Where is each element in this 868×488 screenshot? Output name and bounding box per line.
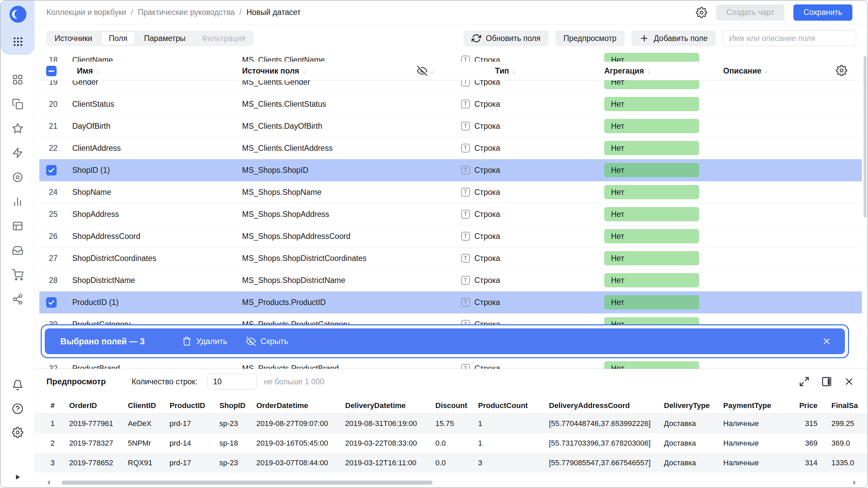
fields-vertical-scrollbar[interactable] <box>864 52 867 369</box>
hide-selected-button[interactable]: Скрыть <box>246 337 288 346</box>
field-type-select[interactable]: TСтрока <box>461 291 500 313</box>
dataset-settings-gear-icon[interactable] <box>696 7 707 18</box>
settings-gear-icon[interactable] <box>1 421 35 444</box>
field-row[interactable]: 26ShopAddressCoordMS_Shops.ShopAddressCo… <box>39 225 862 247</box>
scroll-left-icon[interactable] <box>47 480 50 485</box>
collections-icon[interactable] <box>1 92 35 116</box>
field-row[interactable]: 24ShopNameMS_Shops.ShopNameTСтрокаНет <box>39 181 862 203</box>
aggregation-select[interactable]: Нет <box>604 251 699 265</box>
field-source[interactable]: MS_Clients.DayOfBirth <box>242 115 322 137</box>
delete-selected-button[interactable]: Удалить <box>182 337 228 346</box>
field-row[interactable]: 22ClientAddressMS_Clients.ClientAddressT… <box>39 137 862 159</box>
field-source[interactable]: MS_Shops.ShopDistrictName <box>242 269 345 291</box>
field-row[interactable]: 25ShopAddressMS_Shops.ShopAddressTСтрока… <box>39 203 862 225</box>
datalens-logo[interactable] <box>9 6 26 23</box>
column-header-source[interactable]: Источник поля <box>242 62 306 80</box>
field-source[interactable]: MS_Clients.ClientAddress <box>242 137 333 159</box>
column-header-type[interactable]: Тип <box>495 62 516 80</box>
field-name[interactable]: ShopDistrictCoordinates <box>72 247 156 269</box>
field-name[interactable]: ShopName <box>72 181 111 203</box>
table-settings-gear-icon[interactable] <box>836 65 847 77</box>
tab-sources[interactable]: Источники <box>46 30 100 46</box>
close-selection-toolbar-button[interactable] <box>822 337 831 346</box>
field-name[interactable]: ClientStatus <box>72 93 114 115</box>
field-source[interactable]: MS_Shops.ShopAddressCoord <box>242 225 351 247</box>
preview-panel-position-button[interactable] <box>821 376 832 387</box>
aggregation-select[interactable]: Нет <box>604 119 699 133</box>
field-type-select[interactable]: TСтрока <box>461 247 500 269</box>
aggregation-select[interactable]: Нет <box>604 229 699 243</box>
marketplace-cart-icon[interactable] <box>1 263 35 287</box>
field-name[interactable]: ProductID (1) <box>72 291 119 313</box>
refresh-fields-button[interactable]: Обновить поля <box>463 30 549 46</box>
storage-icon[interactable] <box>1 238 35 263</box>
notifications-bell-icon[interactable] <box>1 373 35 397</box>
scrollbar-thumb[interactable] <box>62 481 433 485</box>
row-count-input[interactable] <box>207 374 257 389</box>
row-checkbox[interactable] <box>46 297 57 308</box>
aggregation-select[interactable]: Нет <box>604 295 699 309</box>
field-type-select[interactable]: TСтрока <box>461 358 500 369</box>
tab-fields[interactable]: Поля <box>101 31 135 45</box>
scroll-right-icon[interactable] <box>853 480 856 485</box>
save-button[interactable]: Сохранить <box>793 4 852 21</box>
field-row[interactable]: 32ProductBrandMS_Products.ProductBrandTС… <box>39 358 862 369</box>
field-search-input[interactable] <box>723 30 856 46</box>
field-row[interactable]: ShopID (1)MS_Shops.ShopIDTСтрокаНет <box>39 159 862 181</box>
field-name[interactable]: ShopDistrictName <box>72 269 135 291</box>
breadcrumb-collections[interactable]: Коллекции и воркбуки <box>46 8 126 17</box>
row-checkbox[interactable] <box>46 165 57 176</box>
aggregation-select[interactable]: Нет <box>604 163 699 177</box>
field-type-select[interactable]: TСтрока <box>461 93 500 115</box>
select-all-checkbox[interactable] <box>46 66 57 76</box>
field-type-select[interactable]: TСтрока <box>461 225 500 247</box>
field-row[interactable]: ProductID (1)MS_Products.ProductIDTСтрок… <box>39 291 862 313</box>
add-field-button[interactable]: Добавить поле <box>631 30 716 46</box>
aggregation-select[interactable]: Нет <box>604 97 699 111</box>
field-source[interactable]: MS_Products.ProductID <box>242 291 326 313</box>
preview-maximize-button[interactable] <box>799 376 810 387</box>
field-row[interactable]: 21DayOfBirthMS_Clients.DayOfBirthTСтрока… <box>39 115 862 137</box>
aggregation-select[interactable]: Нет <box>604 141 699 155</box>
field-type-select[interactable]: TСтрока <box>461 159 500 181</box>
charts-icon[interactable] <box>1 189 35 214</box>
field-row[interactable]: 20ClientStatusMS_Clients.ClientStatusTСт… <box>39 93 862 115</box>
create-chart-button[interactable]: Создать чарт <box>716 4 784 21</box>
column-header-hidden[interactable] <box>417 62 434 80</box>
field-row[interactable]: 27ShopDistrictCoordinatesMS_Shops.ShopDi… <box>39 247 862 269</box>
preview-close-button[interactable] <box>844 376 854 387</box>
field-name[interactable]: ProductBrand <box>72 358 120 369</box>
breadcrumb-workbook[interactable]: Практические руководства <box>138 8 235 17</box>
aggregation-select[interactable]: Нет <box>604 185 699 199</box>
favorites-star-icon[interactable] <box>1 116 35 141</box>
aggregation-select[interactable]: Нет <box>604 361 699 369</box>
field-row[interactable]: 28ShopDistrictNameMS_Shops.ShopDistrictN… <box>39 269 862 291</box>
field-name[interactable]: ShopID (1) <box>72 159 110 181</box>
field-type-select[interactable]: TСтрока <box>461 181 500 203</box>
column-header-aggregation[interactable]: Агрегация <box>604 62 651 80</box>
grid-icon[interactable] <box>1 67 35 92</box>
aggregation-select[interactable]: Нет <box>604 207 699 221</box>
field-name[interactable]: DayOfBirth <box>72 115 110 137</box>
preview-horizontal-scrollbar[interactable] <box>35 479 868 486</box>
field-source[interactable]: MS_Shops.ShopName <box>242 181 321 203</box>
field-source[interactable]: MS_Shops.ShopAddress <box>242 203 329 225</box>
column-header-description[interactable]: Описание <box>723 62 768 80</box>
field-type-select[interactable]: TСтрока <box>461 269 500 291</box>
tab-parameters[interactable]: Параметры <box>136 30 194 46</box>
scrollbar-thumb[interactable] <box>864 56 867 218</box>
column-header-name[interactable]: Имя <box>77 62 99 80</box>
field-type-select[interactable]: TСтрока <box>461 203 500 225</box>
connections-zap-icon[interactable] <box>1 141 35 165</box>
preview-toggle-button[interactable]: Предпросмотр <box>555 30 625 46</box>
field-source[interactable]: MS_Shops.ShopID <box>242 159 309 181</box>
all-services-grid-icon[interactable] <box>13 37 23 47</box>
field-source[interactable]: MS_Shops.ShopDistrictCoordinates <box>242 247 367 269</box>
flows-icon[interactable] <box>1 287 35 311</box>
sidebar-expand-button[interactable] <box>11 470 24 484</box>
field-name[interactable]: ShopAddress <box>72 203 119 225</box>
datasets-table-icon[interactable] <box>1 214 35 238</box>
field-source[interactable]: MS_Products.ProductBrand <box>242 358 339 369</box>
field-name[interactable]: ClientAddress <box>72 137 121 159</box>
help-icon[interactable] <box>1 397 35 421</box>
